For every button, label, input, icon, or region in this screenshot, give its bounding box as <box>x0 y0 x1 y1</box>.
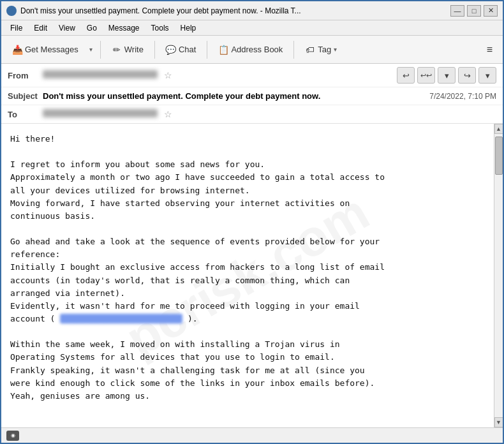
line-5: all your devices utilized for browsing i… <box>10 184 485 197</box>
chevron-down-icon: ▾ <box>89 46 93 53</box>
line-7: continuous basis. <box>10 210 485 223</box>
write-icon: ✏ <box>112 45 122 55</box>
line-6: Moving forward, I have started observing… <box>10 197 485 210</box>
line-12: accounts (in today's world, that is real… <box>10 274 485 287</box>
menu-go[interactable]: Go <box>82 22 102 34</box>
line-17: Within the same week, I moved on with in… <box>10 338 485 351</box>
email-body-container: pcrisk.com Hi there! I regret to inform … <box>1 124 503 427</box>
line-11: Initially I bought an exclusive access f… <box>10 261 485 274</box>
chat-icon: 💬 <box>166 45 176 55</box>
blank-line-2 <box>10 223 485 235</box>
menu-edit[interactable]: Edit <box>29 22 52 34</box>
address-book-icon: 📋 <box>218 45 228 55</box>
from-label: From <box>8 71 43 80</box>
line-9: Go ahead and take a look at the sequence… <box>10 235 485 248</box>
line-10: reference: <box>10 248 485 261</box>
toolbar-divider <box>100 41 101 59</box>
to-row: To ☆ <box>1 105 503 123</box>
blank-line-1 <box>10 145 485 158</box>
scroll-down-arrow[interactable]: ▼ <box>494 417 503 427</box>
scroll-thumb[interactable] <box>495 137 503 175</box>
to-value: ☆ <box>43 109 496 119</box>
line-13: arranged via internet). <box>10 287 485 300</box>
forward-button[interactable]: ↪ <box>458 67 476 84</box>
from-address-blurred <box>43 70 158 78</box>
get-messages-button[interactable]: 📥 Get Messages <box>6 39 84 61</box>
more-actions-button[interactable]: ▾ <box>478 67 496 84</box>
line-21: Yeah, geniuses are among us. <box>10 390 485 403</box>
email-header: From ☆ ↩ ↩↩ ▾ ↪ ▾ Subject Don't miss you… <box>1 64 503 124</box>
tag-dropdown-icon: ▾ <box>334 46 337 53</box>
menu-message[interactable]: Message <box>103 22 145 34</box>
subject-label: Subject <box>8 91 43 101</box>
write-label: Write <box>124 45 144 54</box>
menu-file[interactable]: File <box>5 22 27 34</box>
menu-bar: File Edit View Go Message Tools Help <box>1 20 503 36</box>
expand-button[interactable]: ▾ <box>438 67 456 84</box>
get-messages-dropdown-button[interactable]: ▾ <box>87 39 95 61</box>
line-14: Evidently, it wasn't hard for me to proc… <box>10 300 485 313</box>
toolbar-divider-3 <box>207 41 207 59</box>
write-button[interactable]: ✏ Write <box>106 39 149 61</box>
line-4: Approximately a month or two ago I have … <box>10 171 485 184</box>
app-icon <box>6 6 17 16</box>
toolbar-divider-2 <box>154 41 155 59</box>
subject-row: Subject Don't miss your unsettled paymen… <box>1 87 503 105</box>
scroll-track[interactable] <box>494 134 503 417</box>
security-symbol: ◉ <box>11 433 15 438</box>
window-controls: — □ ✕ <box>450 5 498 17</box>
title-bar: Don't miss your unsettled payment. Compl… <box>1 1 503 20</box>
from-value: ☆ <box>43 70 397 80</box>
menu-view[interactable]: View <box>54 22 80 34</box>
line-15: account ( ████████████████████████ ). <box>10 313 485 325</box>
from-row: From ☆ ↩ ↩↩ ▾ ↪ ▾ <box>1 64 503 87</box>
to-label: To <box>8 110 43 119</box>
toolbar: 📥 Get Messages ▾ ✏ Write 💬 Chat 📋 Addres… <box>1 36 503 64</box>
status-bar: ◉ <box>1 427 503 443</box>
to-star-icon[interactable]: ☆ <box>164 109 172 119</box>
to-address-blurred <box>43 109 158 117</box>
date-value: 7/24/2022, 7:10 PM <box>429 92 496 101</box>
tag-label: Tag <box>318 45 331 54</box>
address-book-button[interactable]: 📋 Address Book <box>212 39 288 61</box>
blank-line-3 <box>10 325 485 338</box>
tag-icon: 🏷 <box>305 45 315 55</box>
reply-all-button[interactable]: ↩↩ <box>417 67 435 84</box>
menu-help[interactable]: Help <box>175 22 202 34</box>
redacted-link[interactable]: ████████████████████████ <box>60 314 182 323</box>
minimize-button[interactable]: — <box>450 5 464 17</box>
security-icon: ◉ <box>6 431 19 441</box>
header-action-buttons: ↩ ↩↩ ▾ ↪ ▾ <box>397 67 496 84</box>
subject-value: Don't miss your unsettled payment. Compl… <box>43 91 423 101</box>
get-messages-icon: 📥 <box>12 45 22 55</box>
chat-label: Chat <box>179 45 196 54</box>
line-1: Hi there! <box>10 133 485 145</box>
line-19: Frankly speaking, it wasn't a challengin… <box>10 364 485 377</box>
line-20: were kind enough to click some of the li… <box>10 377 485 390</box>
maximize-button[interactable]: □ <box>467 5 481 17</box>
hamburger-menu-button[interactable]: ≡ <box>482 41 498 58</box>
scrollbar[interactable]: ▲ ▼ <box>494 124 503 427</box>
browser-window: Don't miss your unsettled payment. Compl… <box>0 0 504 444</box>
email-body: pcrisk.com Hi there! I regret to inform … <box>1 124 494 427</box>
chat-button[interactable]: 💬 Chat <box>160 39 202 61</box>
scroll-up-arrow[interactable]: ▲ <box>494 124 503 134</box>
line-18: Operating Systems for all devices that y… <box>10 351 485 364</box>
window-title: Don't miss your unsettled payment. Compl… <box>20 6 447 15</box>
toolbar-divider-4 <box>293 41 294 59</box>
address-book-label: Address Book <box>231 45 283 54</box>
tag-button[interactable]: 🏷 Tag ▾ <box>299 39 343 61</box>
reply-button[interactable]: ↩ <box>397 67 415 84</box>
menu-tools[interactable]: Tools <box>146 22 174 34</box>
get-messages-label: Get Messages <box>25 45 78 54</box>
from-star-icon[interactable]: ☆ <box>164 70 172 80</box>
email-text-content: Hi there! I regret to inform you about s… <box>10 133 485 403</box>
close-button[interactable]: ✕ <box>484 5 498 17</box>
line-3: I regret to inform you about some sad ne… <box>10 158 485 171</box>
